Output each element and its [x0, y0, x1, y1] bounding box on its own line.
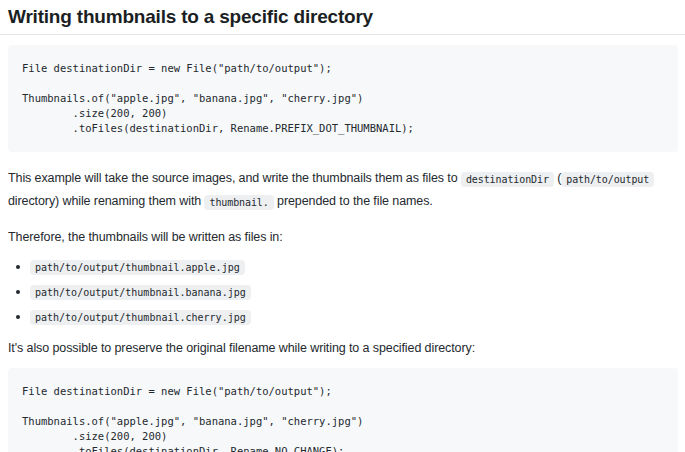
thumbnail-file-list: path/to/output/thumbnail.apple.jpg path/… [8, 255, 677, 328]
list-item: path/to/output/thumbnail.cherry.jpg [30, 305, 677, 328]
inline-code-thumbnail-apple-path: path/to/output/thumbnail.apple.jpg [30, 260, 245, 275]
code-block-prefix-dot-thumbnail: File destinationDir = new File("path/to/… [8, 45, 678, 152]
inline-code: destinationDir [461, 172, 554, 187]
wiki-document: Writing thumbnails to a specific directo… [0, 5, 685, 452]
inline-code: path/to/output [561, 172, 654, 187]
paragraph-therefore: Therefore, the thumbnails will be writte… [8, 226, 677, 248]
list-item: path/to/output/thumbnail.apple.jpg [30, 255, 677, 278]
text-segment: directory) while renaming them with [8, 194, 204, 208]
code-block-no-change: File destinationDir = new File("path/to/… [8, 368, 678, 452]
inline-code: thumbnail. [204, 195, 273, 210]
list-item: path/to/output/thumbnail.banana.jpg [30, 280, 677, 303]
paragraph-preserve-filename: It's also possible to preserve the origi… [8, 337, 677, 359]
inline-code-thumbnail-cherry-path: path/to/output/thumbnail.cherry.jpg [30, 310, 251, 325]
paragraph-example-description: This example will take the source images… [8, 167, 677, 213]
text-segment: This example will take the source images… [8, 171, 461, 185]
inline-code-thumbnail-banana-path: path/to/output/thumbnail.banana.jpg [30, 285, 251, 300]
text-segment: prepended to the file names. [274, 194, 433, 208]
page-title: Writing thumbnails to a specific directo… [0, 5, 685, 35]
